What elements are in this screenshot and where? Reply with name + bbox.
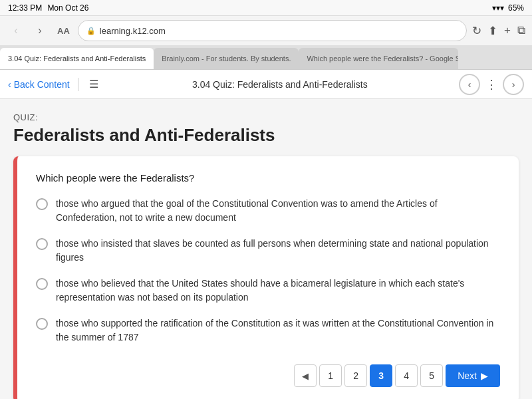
prev-page-button[interactable]: ‹	[459, 74, 480, 95]
page-nav-bar: ‹ Back Content ☰ 3.04 Quiz: Federalists …	[0, 70, 532, 99]
radio-b[interactable]	[36, 238, 48, 250]
option-d[interactable]: those who supported the ratification of …	[36, 317, 500, 344]
back-content-button[interactable]: ‹ Back Content	[8, 79, 70, 90]
next-page-button[interactable]: ›	[503, 74, 524, 95]
question-text: Which people were the Federalists?	[36, 172, 500, 184]
pagination-row: ◀ 1 2 3 4 5 Next ▶	[36, 356, 500, 390]
battery: 65%	[508, 3, 524, 13]
more-options-button[interactable]: ⋮	[483, 74, 500, 95]
quiz-label: QUIZ:	[13, 112, 519, 122]
next-button[interactable]: Next ▶	[446, 364, 500, 387]
quiz-card: Which people were the Federalists? those…	[13, 156, 519, 399]
option-b[interactable]: those who insisted that slaves be counte…	[36, 237, 500, 265]
tab-quiz[interactable]: 3.04 Quiz: Federalists and Anti-Federali…	[0, 48, 154, 69]
tab-brainly[interactable]: Brainly.com - For students. By students.	[154, 48, 299, 69]
status-right: ▾▾▾ 65%	[492, 3, 524, 13]
pagination-prev-button[interactable]: ◀	[294, 364, 317, 387]
radio-d[interactable]	[36, 318, 48, 330]
share-button[interactable]: ⬆	[488, 24, 497, 38]
browser-tabs: 3.04 Quiz: Federalists and Anti-Federali…	[0, 45, 532, 69]
forward-button[interactable]: ›	[31, 21, 49, 40]
page-1-button[interactable]: 1	[319, 364, 342, 387]
back-chevron-icon: ‹	[8, 79, 11, 90]
status-left: 12:33 PM Mon Oct 26	[8, 3, 88, 13]
next-label: Next	[458, 370, 477, 381]
page-4-button[interactable]: 4	[395, 364, 418, 387]
page-3-button[interactable]: 3	[370, 364, 392, 387]
option-a[interactable]: those who argued that the goal of the Co…	[36, 197, 500, 225]
option-a-text: those who argued that the goal of the Co…	[56, 197, 500, 225]
address-bar[interactable]: 🔒 learning.k12.com	[78, 20, 467, 41]
option-b-text: those who insisted that slaves be counte…	[56, 237, 500, 265]
status-bar: 12:33 PM Mon Oct 26 ▾▾▾ 65%	[0, 0, 532, 16]
option-d-text: those who supported the ratification of …	[56, 317, 500, 344]
toolbar-actions: ↻ ⬆ + ⧉	[472, 24, 525, 38]
new-tab-button[interactable]: +	[504, 24, 511, 37]
time: 12:33 PM	[8, 3, 42, 13]
tabs-overview-button[interactable]: ⧉	[517, 24, 525, 37]
refresh-button[interactable]: ↻	[472, 24, 481, 38]
radio-c[interactable]	[36, 278, 48, 290]
hamburger-button[interactable]: ☰	[86, 75, 101, 93]
page-5-button[interactable]: 5	[420, 364, 443, 387]
page-arrows: ‹ ⋮ ›	[459, 74, 524, 95]
back-button[interactable]: ‹	[7, 21, 25, 40]
wifi-icon: ▾▾▾	[492, 3, 504, 13]
nav-divider	[78, 78, 78, 91]
next-arrow-icon: ▶	[481, 370, 488, 381]
page-title: 3.04 Quiz: Federalists and Anti-Federali…	[106, 79, 454, 90]
option-c-text: those who believed that the United State…	[56, 277, 500, 305]
lock-icon: 🔒	[86, 27, 96, 35]
url: learning.k12.com	[100, 26, 166, 36]
prev-arrow-icon: ◀	[302, 371, 309, 381]
browser-toolbar: ‹ › AA 🔒 learning.k12.com ↻ ⬆ + ⧉	[0, 16, 532, 45]
content-area: QUIZ: Federalists and Anti-Federalists W…	[0, 99, 532, 399]
radio-a[interactable]	[36, 198, 48, 210]
reader-mode-button[interactable]: AA	[55, 25, 72, 37]
browser-chrome: ‹ › AA 🔒 learning.k12.com ↻ ⬆ + ⧉ 3.04 Q…	[0, 16, 532, 70]
option-c[interactable]: those who believed that the United State…	[36, 277, 500, 305]
date: Mon Oct 26	[47, 3, 88, 13]
quiz-title: Federalists and Anti-Federalists	[13, 125, 519, 146]
page-2-button[interactable]: 2	[344, 364, 367, 387]
tab-google[interactable]: Which people were the Federalists? - Goo…	[299, 48, 458, 69]
